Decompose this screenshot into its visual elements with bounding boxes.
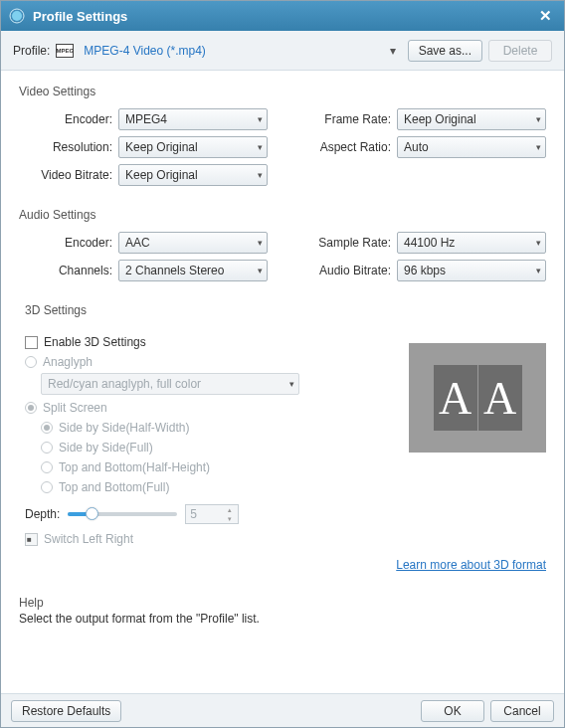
switch-lr-checkbox <box>25 533 38 546</box>
video-encoder-combo[interactable]: MPEG4▾ <box>118 108 268 130</box>
depth-slider-thumb[interactable] <box>86 507 98 520</box>
split-screen-label: Split Screen <box>43 401 107 415</box>
tb-full-radio <box>41 481 53 493</box>
audio-settings-group: Encoder: AAC▾ Channels: 2 Channels Stere… <box>19 232 546 281</box>
aspect-ratio-combo[interactable]: Auto▾ <box>397 136 546 158</box>
chevron-down-icon: ▾ <box>258 142 263 152</box>
sample-rate-combo[interactable]: 44100 Hz▾ <box>397 232 546 254</box>
mpeg-format-icon: MPEG <box>56 44 74 58</box>
video-encoder-label: Encoder: <box>19 112 118 126</box>
video-bitrate-combo[interactable]: Keep Original▾ <box>118 164 268 186</box>
resolution-label: Resolution: <box>19 140 118 154</box>
split-screen-radio <box>25 402 37 414</box>
restore-defaults-button[interactable]: Restore Defaults <box>11 700 121 722</box>
anaglyph-label: Anaglyph <box>43 355 93 369</box>
learn-more-3d-link[interactable]: Learn more about 3D format <box>396 558 546 572</box>
profile-select[interactable]: MPEG-4 Video (*.mp4) ▾ <box>80 40 401 62</box>
chevron-down-icon: ▾ <box>258 170 263 180</box>
frame-rate-label: Frame Rate: <box>297 112 397 126</box>
depth-stepper: 5 ▴ ▾ <box>185 504 239 524</box>
help-title: Help <box>19 596 546 610</box>
3d-settings-group: Enable 3D Settings Anaglyph Red/cyan ana… <box>19 333 546 548</box>
sbs-full-label: Side by Side(Full) <box>59 441 153 455</box>
chevron-down-icon: ▾ <box>258 114 263 124</box>
window-title: Profile Settings <box>33 9 127 24</box>
delete-button: Delete <box>488 40 552 62</box>
save-as-button[interactable]: Save as... <box>408 40 482 62</box>
audio-settings-title: Audio Settings <box>19 208 546 222</box>
profile-value: MPEG-4 Video (*.mp4) <box>84 44 206 58</box>
chevron-down-icon: ▾ <box>258 266 263 275</box>
anaglyph-type-combo: Red/cyan anaglyph, full color▾ <box>41 373 299 395</box>
profile-label: Profile: <box>13 44 50 58</box>
aspect-ratio-label: Aspect Ratio: <box>297 140 397 154</box>
frame-rate-combo[interactable]: Keep Original▾ <box>397 108 546 130</box>
sample-rate-label: Sample Rate: <box>297 236 397 250</box>
channels-label: Channels: <box>19 264 118 277</box>
app-icon <box>9 8 25 24</box>
3d-preview-image: AA <box>409 343 546 453</box>
switch-lr-label: Switch Left Right <box>44 532 133 546</box>
chevron-down-icon: ▾ <box>536 142 541 152</box>
video-settings-group: Encoder: MPEG4▾ Resolution: Keep Origina… <box>19 108 546 186</box>
help-text: Select the output format from the "Profi… <box>19 612 546 626</box>
chevron-up-icon: ▴ <box>224 506 236 514</box>
titlebar: Profile Settings ✕ <box>1 1 564 31</box>
cancel-button[interactable]: Cancel <box>490 700 554 722</box>
body: Video Settings Encoder: MPEG4▾ Resolutio… <box>1 71 564 693</box>
chevron-down-icon: ▾ <box>289 379 294 389</box>
chevron-down-icon: ▾ <box>224 515 236 523</box>
tb-full-label: Top and Bottom(Full) <box>59 480 169 494</box>
audio-bitrate-label: Audio Bitrate: <box>297 264 397 277</box>
enable-3d-checkbox[interactable] <box>25 336 38 349</box>
enable-3d-label: Enable 3D Settings <box>44 335 146 349</box>
profile-settings-window: Profile Settings ✕ Profile: MPEG MPEG-4 … <box>0 0 565 728</box>
depth-slider[interactable] <box>68 512 177 516</box>
audio-bitrate-combo[interactable]: 96 kbps▾ <box>397 260 546 281</box>
chevron-down-icon: ▾ <box>536 238 541 248</box>
footer: Restore Defaults OK Cancel <box>1 693 564 727</box>
depth-label: Depth: <box>25 507 60 521</box>
video-bitrate-label: Video Bitrate: <box>19 168 118 182</box>
anaglyph-radio <box>25 356 37 368</box>
close-icon[interactable]: ✕ <box>534 5 556 27</box>
video-settings-title: Video Settings <box>19 85 546 98</box>
tb-half-radio <box>41 461 53 473</box>
ok-button[interactable]: OK <box>421 700 484 722</box>
sbs-half-radio <box>41 422 53 434</box>
sbs-half-label: Side by Side(Half-Width) <box>59 421 189 435</box>
3d-settings-title: 3D Settings <box>19 303 546 317</box>
profile-row: Profile: MPEG MPEG-4 Video (*.mp4) ▾ Sav… <box>1 31 564 71</box>
chevron-down-icon: ▾ <box>258 238 263 248</box>
help-group: Help Select the output format from the "… <box>19 590 546 626</box>
chevron-down-icon: ▾ <box>536 266 541 275</box>
audio-encoder-combo[interactable]: AAC▾ <box>118 232 268 254</box>
sbs-full-radio <box>41 442 53 454</box>
chevron-down-icon: ▾ <box>536 114 541 124</box>
chevron-down-icon: ▾ <box>390 44 396 58</box>
svg-point-0 <box>12 11 22 21</box>
resolution-combo[interactable]: Keep Original▾ <box>118 136 268 158</box>
audio-encoder-label: Encoder: <box>19 236 118 250</box>
channels-combo[interactable]: 2 Channels Stereo▾ <box>118 260 268 281</box>
tb-half-label: Top and Bottom(Half-Height) <box>59 460 210 474</box>
